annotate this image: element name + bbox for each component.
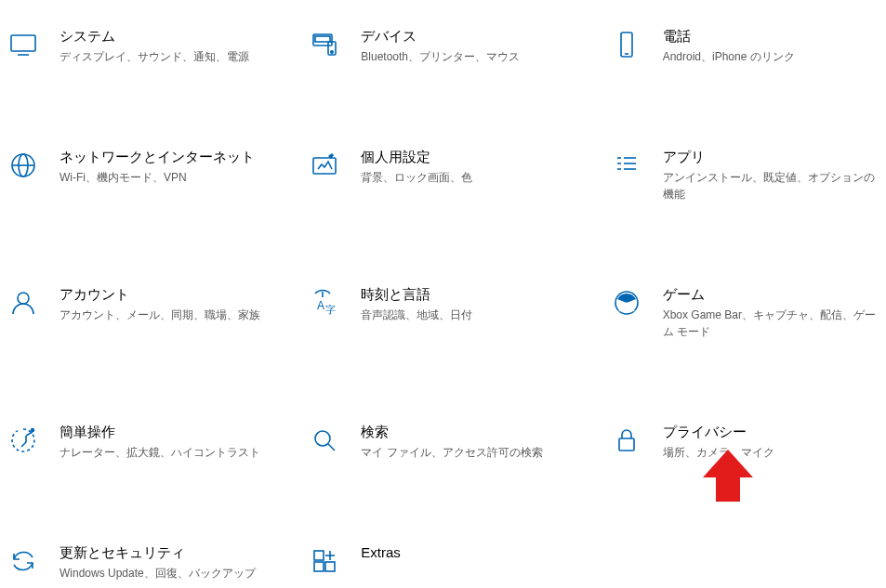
svg-rect-29 <box>325 562 335 571</box>
privacy-icon <box>603 424 650 455</box>
svg-text:字: 字 <box>325 304 336 315</box>
personalization-icon <box>301 149 348 180</box>
item-title: Extras <box>361 544 401 560</box>
svg-point-18 <box>18 293 29 304</box>
settings-item-accounts[interactable]: アカウント アカウント、メール、同期、職場、家族 <box>0 286 283 340</box>
item-desc: 音声認識、地域、日付 <box>361 307 472 323</box>
item-title: アカウント <box>60 286 260 304</box>
settings-item-apps[interactable]: アプリ アンインストール、既定値、オプションの機能 <box>603 149 886 203</box>
settings-item-network[interactable]: ネットワークとインターネット Wi-Fi、機内モード、VPN <box>0 149 283 203</box>
update-security-icon <box>0 544 46 576</box>
accounts-icon <box>0 286 46 318</box>
item-desc: Xbox Game Bar、キャプチャ、配信、ゲーム モード <box>663 307 879 340</box>
item-title: 個人用設定 <box>361 149 472 166</box>
settings-item-search[interactable]: 検索 マイ ファイル、アクセス許可の検索 <box>301 424 584 461</box>
item-title: システム <box>60 28 249 46</box>
time-language-icon: A字 <box>301 286 348 318</box>
item-desc: 背景、ロック画面、色 <box>361 170 472 186</box>
svg-text:A: A <box>317 299 324 312</box>
svg-rect-28 <box>314 562 324 571</box>
settings-item-extras[interactable]: Extras <box>301 544 584 581</box>
svg-rect-3 <box>315 36 330 42</box>
devices-icon <box>301 28 348 59</box>
item-title: デバイス <box>361 28 520 46</box>
item-desc: ナレーター、拡大鏡、ハイコントラスト <box>60 445 260 461</box>
svg-rect-11 <box>313 158 336 174</box>
settings-item-time-language[interactable]: A字 時刻と言語 音声認識、地域、日付 <box>301 286 584 340</box>
item-desc: アンインストール、既定値、オプションの機能 <box>663 170 879 203</box>
svg-rect-27 <box>314 551 324 560</box>
network-icon <box>0 149 46 180</box>
annotation-arrow-icon <box>703 450 753 505</box>
item-desc: Wi-Fi、機内モード、VPN <box>60 170 255 186</box>
settings-item-update-security[interactable]: 更新とセキュリティ Windows Update、回復、バックアップ <box>0 544 283 581</box>
item-desc: Bluetooth、プリンター、マウス <box>361 49 520 65</box>
settings-item-personalization[interactable]: 個人用設定 背景、ロック画面、色 <box>301 149 584 203</box>
item-desc: Windows Update、回復、バックアップ <box>60 566 256 581</box>
settings-item-ease-of-access[interactable]: 簡単操作 ナレーター、拡大鏡、ハイコントラスト <box>0 424 283 461</box>
item-title: 時刻と言語 <box>361 286 472 304</box>
svg-rect-26 <box>619 438 634 451</box>
gaming-icon <box>603 286 650 318</box>
item-title: 更新とセキュリティ <box>60 544 256 562</box>
svg-point-23 <box>32 429 34 432</box>
settings-grid: システム ディスプレイ、サウンド、通知、電源 デバイス Bluetooth、プリ… <box>0 0 886 582</box>
item-title: 簡単操作 <box>60 424 260 441</box>
ease-of-access-icon <box>0 424 46 455</box>
svg-marker-32 <box>703 450 753 502</box>
item-title: ゲーム <box>663 286 879 304</box>
item-title: 検索 <box>361 424 542 441</box>
settings-item-system[interactable]: システム ディスプレイ、サウンド、通知、電源 <box>0 28 283 65</box>
settings-item-devices[interactable]: デバイス Bluetooth、プリンター、マウス <box>301 28 584 65</box>
svg-point-5 <box>331 51 333 53</box>
phone-icon <box>603 28 650 59</box>
search-icon <box>301 424 348 455</box>
svg-rect-0 <box>11 35 35 51</box>
system-icon <box>0 28 46 59</box>
item-desc: Android、iPhone のリンク <box>663 49 795 65</box>
item-desc: ディスプレイ、サウンド、通知、電源 <box>60 49 249 65</box>
item-title: ネットワークとインターネット <box>60 149 255 166</box>
settings-item-phone[interactable]: 電話 Android、iPhone のリンク <box>603 28 886 65</box>
svg-rect-6 <box>621 33 632 57</box>
item-desc: マイ ファイル、アクセス許可の検索 <box>361 445 542 461</box>
apps-icon <box>603 149 650 180</box>
item-title: 電話 <box>663 28 795 46</box>
item-title: アプリ <box>663 149 879 166</box>
extras-icon <box>301 544 348 576</box>
svg-point-24 <box>315 431 330 446</box>
item-desc: アカウント、メール、同期、職場、家族 <box>60 307 260 323</box>
item-title: プライバシー <box>663 424 774 441</box>
svg-line-25 <box>328 444 335 451</box>
settings-item-gaming[interactable]: ゲーム Xbox Game Bar、キャプチャ、配信、ゲーム モード <box>603 286 886 340</box>
